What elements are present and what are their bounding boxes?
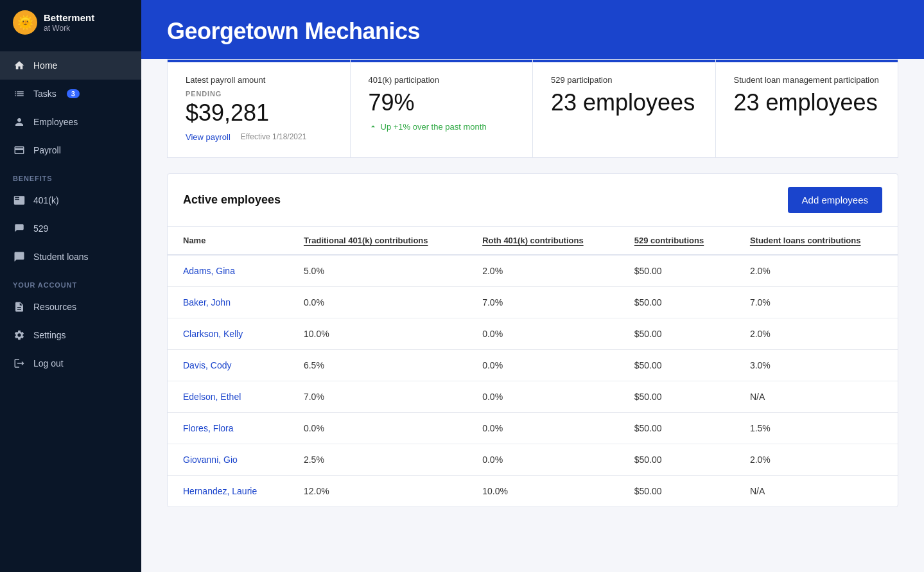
logo-text: Betterment at Work — [44, 12, 94, 33]
stat-card-student-loans: Student loan management participation23 … — [715, 59, 899, 158]
stat-label: 401(k) participation — [369, 75, 515, 85]
logo-icon: 🌞 — [13, 10, 37, 35]
home-icon — [13, 59, 26, 72]
employee-link[interactable]: Giovanni, Gio — [183, 455, 238, 465]
employee-link[interactable]: Clarkson, Kelly — [183, 329, 243, 339]
main-content: Georgetown Mechanics Latest payroll amou… — [141, 0, 924, 572]
student-loans: 2.0% — [735, 255, 898, 287]
col-header-2[interactable]: Roth 401(k) contributions — [467, 227, 619, 255]
employee-link[interactable]: Adams, Gina — [183, 266, 235, 276]
roth-401k: 7.0% — [467, 286, 619, 318]
sidebar-item-student-loans[interactable]: Student loans — [0, 243, 141, 271]
stat-date: Effective 1/18/2021 — [241, 132, 307, 141]
sidebar-item-label: Resources — [33, 302, 76, 312]
529-contrib: $50.00 — [619, 381, 735, 412]
roth-401k: 0.0% — [467, 381, 619, 412]
tasks-icon — [13, 87, 26, 100]
table-row: Clarkson, Kelly 10.0% 0.0% $50.00 2.0% — [168, 318, 898, 349]
employee-name: Baker, John — [168, 286, 288, 318]
roth-401k: 10.0% — [467, 475, 619, 507]
trad-401k: 0.0% — [288, 412, 467, 444]
roth-401k: 0.0% — [467, 444, 619, 475]
table-row: Flores, Flora 0.0% 0.0% $50.00 1.5% — [168, 412, 898, 444]
529-contrib: $50.00 — [619, 475, 735, 507]
student-loans: 2.0% — [735, 318, 898, 349]
employee-name: Flores, Flora — [168, 412, 288, 444]
sidebar-item-logout[interactable]: Log out — [0, 349, 141, 377]
sidebar-item-401k[interactable]: 401(k) — [0, 186, 141, 214]
col-header-4[interactable]: Student loans contributions — [735, 227, 898, 255]
main-header: Georgetown Mechanics — [141, 0, 924, 65]
roth-401k: 2.0% — [467, 255, 619, 287]
sidebar-item-tasks[interactable]: Tasks 3 — [0, 80, 141, 108]
sidebar-item-label: Employees — [33, 117, 78, 127]
trad-401k: 2.5% — [288, 444, 467, 475]
logo-area: 🌞 Betterment at Work — [0, 0, 141, 45]
app-name: Betterment — [44, 12, 94, 24]
table-row: Adams, Gina 5.0% 2.0% $50.00 2.0% — [168, 255, 898, 287]
sidebar-item-resources[interactable]: Resources — [0, 293, 141, 321]
stat-link[interactable]: View payroll — [186, 132, 231, 142]
account-section-label: YOUR ACCOUNT — [0, 271, 141, 293]
529-contrib: $50.00 — [619, 286, 735, 318]
roth-401k: 0.0% — [467, 349, 619, 381]
company-name: Georgetown Mechanics — [167, 18, 898, 45]
settings-icon — [13, 329, 26, 342]
529-contrib: $50.00 — [619, 412, 735, 444]
stat-value: $39,281 — [186, 100, 332, 126]
add-employees-button[interactable]: Add employees — [788, 187, 882, 213]
sidebar-nav: Home Tasks 3 Employees Payroll BENEFITS … — [0, 45, 141, 572]
sidebar-item-employees[interactable]: Employees — [0, 108, 141, 136]
logout-icon — [13, 357, 26, 370]
sidebar-item-label: Log out — [33, 358, 64, 368]
col-header-3[interactable]: 529 contributions — [619, 227, 735, 255]
sidebar-item-home[interactable]: Home — [0, 51, 141, 80]
529-contrib: $50.00 — [619, 255, 735, 287]
sidebar-item-settings[interactable]: Settings — [0, 321, 141, 349]
student-loans: 7.0% — [735, 286, 898, 318]
employees-header: Active employees Add employees — [168, 174, 898, 227]
employee-name: Edelson, Ethel — [168, 381, 288, 412]
table-row: Edelson, Ethel 7.0% 0.0% $50.00 N/A — [168, 381, 898, 412]
table-row: Hernandez, Laurie 12.0% 10.0% $50.00 N/A — [168, 475, 898, 507]
student-loans: 3.0% — [735, 349, 898, 381]
sidebar-item-529[interactable]: 529 — [0, 214, 141, 243]
employee-name: Clarkson, Kelly — [168, 318, 288, 349]
payroll-icon — [13, 144, 26, 157]
sidebar-item-label: 401(k) — [33, 195, 59, 205]
benefits-section-label: BENEFITS — [0, 164, 141, 186]
sidebar-item-label: 529 — [33, 223, 48, 234]
employee-name: Davis, Cody — [168, 349, 288, 381]
student-loans: N/A — [735, 475, 898, 507]
trad-401k: 12.0% — [288, 475, 467, 507]
employees-section: Active employees Add employees NameTradi… — [167, 173, 898, 507]
stat-label: 529 participation — [551, 75, 697, 85]
529-contrib: $50.00 — [619, 444, 735, 475]
trad-401k: 7.0% — [288, 381, 467, 412]
employee-link[interactable]: Baker, John — [183, 297, 231, 308]
col-header-1[interactable]: Traditional 401(k) contributions — [288, 227, 467, 255]
employee-name: Giovanni, Gio — [168, 444, 288, 475]
table-row: Baker, John 0.0% 7.0% $50.00 7.0% — [168, 286, 898, 318]
stat-sub: View payroll Effective 1/18/2021 — [186, 132, 332, 142]
401k-icon — [13, 194, 26, 207]
stat-label: Student loan management participation — [734, 75, 880, 85]
529-contrib: $50.00 — [619, 318, 735, 349]
app-subtitle: at Work — [44, 24, 94, 33]
529-icon — [13, 222, 26, 235]
employee-name: Adams, Gina — [168, 255, 288, 287]
sidebar-item-payroll[interactable]: Payroll — [0, 136, 141, 164]
trad-401k: 6.5% — [288, 349, 467, 381]
stat-pending: PENDING — [186, 90, 332, 98]
employees-table: NameTraditional 401(k) contributionsRoth… — [168, 227, 898, 507]
employee-link[interactable]: Flores, Flora — [183, 423, 234, 433]
table-row: Davis, Cody 6.5% 0.0% $50.00 3.0% — [168, 349, 898, 381]
employee-link[interactable]: Davis, Cody — [183, 360, 231, 370]
table-row: Giovanni, Gio 2.5% 0.0% $50.00 2.0% — [168, 444, 898, 475]
stat-value: 23 employees — [551, 90, 697, 116]
sidebar-item-label: Settings — [33, 330, 66, 340]
stat-card-401k: 401(k) participation79% Up +1% over the … — [350, 59, 533, 158]
employee-link[interactable]: Edelson, Ethel — [183, 392, 241, 402]
employee-link[interactable]: Hernandez, Laurie — [183, 486, 257, 496]
trad-401k: 5.0% — [288, 255, 467, 287]
